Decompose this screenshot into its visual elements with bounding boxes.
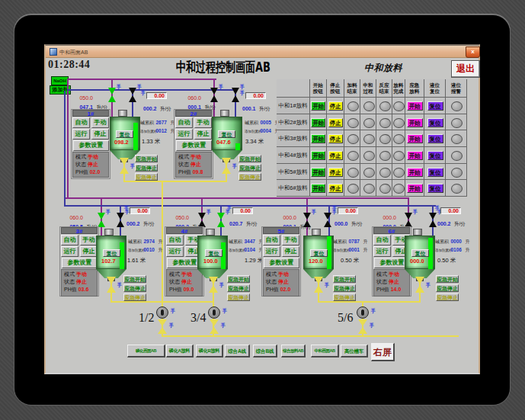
tank2-run-button[interactable]: 运行 (175, 129, 193, 139)
table-stop-button-row3[interactable]: 停止 (328, 134, 343, 143)
tank5-drain-valve-icon[interactable] (314, 277, 323, 284)
tank2-reset-button[interactable]: 复位 (218, 130, 235, 138)
tank5-feed-valve-left-icon[interactable] (303, 213, 311, 220)
tank4-drain-valve-icon[interactable] (209, 277, 218, 284)
tank1-run-button[interactable]: 运行 (72, 129, 90, 139)
tank5-param-button[interactable]: 参数设置 (264, 258, 299, 268)
tank3-param-button[interactable]: 参数设置 (62, 258, 98, 268)
tank2-feed-valve-right-icon[interactable] (232, 95, 239, 102)
tank5-auto-button[interactable]: 自动 (263, 235, 280, 245)
pump-1-2-icon[interactable] (156, 306, 168, 319)
table-level-reset-button-row2[interactable]: 复位 (427, 118, 443, 127)
tank2-emergency-button-1[interactable]: 应急开始 (238, 155, 261, 162)
tank2-stop-button[interactable]: 停止 (194, 129, 212, 139)
nav-button-3[interactable]: 磷化B放料 (196, 345, 223, 357)
tank5-feed-valve-left-icon[interactable] (303, 220, 311, 227)
tank4-emergency-button-1[interactable]: 应急开始 (227, 275, 250, 283)
tank6-emergency-button-1[interactable]: 应急开始 (436, 275, 459, 283)
tank2-manual-button[interactable]: 手动 (194, 117, 212, 128)
table-level-reset-button-row5[interactable]: 复位 (427, 168, 443, 177)
tank4-run-button[interactable]: 运行 (166, 246, 184, 257)
tank5-emergency-button-1[interactable]: 应急开始 (333, 275, 356, 283)
tank3-manual-button[interactable]: 手动 (80, 235, 98, 245)
pump-valve-1-icon[interactable] (158, 327, 167, 334)
pump-3-4-icon[interactable] (208, 306, 220, 319)
tank2-auto-button[interactable]: 自动 (175, 117, 193, 128)
tank4-emergency-button-2[interactable]: 应急停止 (227, 284, 250, 292)
tank1-drain-valve-icon[interactable] (120, 158, 129, 165)
table-level-reset-button-row1[interactable]: 复位 (427, 101, 443, 111)
tank2-feed-valve-right-icon[interactable] (232, 88, 239, 95)
exit-button[interactable]: 退出 (451, 60, 480, 78)
table-start-button-row4[interactable]: 开始 (311, 151, 325, 160)
tank1-feed-valve-left-icon[interactable] (108, 88, 116, 95)
tank3-feed-valve-left-icon[interactable] (98, 213, 105, 220)
table-stop-button-row2[interactable]: 停止 (328, 118, 343, 127)
table-start-button-row5[interactable]: 开始 (311, 168, 325, 177)
tank2-drain-valve-icon[interactable] (222, 166, 231, 174)
tank5-stop-button[interactable]: 停止 (282, 246, 299, 257)
tank1-emergency-button-1[interactable]: 应急开始 (135, 155, 158, 162)
pump-valve-2-icon[interactable] (210, 327, 219, 334)
tank6-auto-button[interactable]: 自动 (373, 235, 391, 245)
tank1-reset-button[interactable]: 复位 (116, 130, 133, 138)
tank4-auto-button[interactable]: 自动 (166, 235, 184, 245)
nav-button-2[interactable]: 磷化A放料 (166, 345, 194, 357)
table-start-button-row3[interactable]: 开始 (311, 134, 325, 143)
tank1-feed-valve-left-icon[interactable] (108, 95, 116, 102)
tank3-feed-valve-right-icon[interactable] (117, 213, 124, 220)
tank4-feed-valve-right-icon[interactable] (217, 220, 225, 227)
tank3-emergency-button-1[interactable]: 应急开始 (123, 275, 146, 283)
tank1-feed-valve-right-icon[interactable] (129, 95, 136, 102)
table-emg-release-button-row4[interactable]: 开始 (407, 151, 423, 160)
nav-button-4[interactable]: 综合A线 (225, 345, 250, 357)
nav-button-5[interactable]: 综合B线 (253, 345, 277, 357)
tank3-feed-valve-right-icon[interactable] (117, 220, 124, 227)
tank6-feed-valve-left-icon[interactable] (405, 213, 412, 220)
nav-button-7[interactable]: 中和画面AB (311, 345, 339, 357)
tank6-emergency-button-3[interactable]: 应急停止 (436, 293, 459, 301)
tank3-stop-button[interactable]: 停止 (80, 246, 98, 257)
tank6-emergency-button-2[interactable]: 应急停止 (436, 284, 459, 292)
tank5-drain-valve-icon[interactable] (314, 285, 323, 293)
tank6-feed-valve-right-icon[interactable] (429, 213, 437, 220)
tank1-feed-valve-right-icon[interactable] (129, 88, 136, 95)
table-start-button-row1[interactable]: 开始 (311, 101, 325, 111)
table-level-reset-button-row4[interactable]: 复位 (427, 151, 443, 160)
tank2-drain-valve-icon[interactable] (222, 158, 231, 165)
tank4-drain-valve-icon[interactable] (209, 285, 218, 293)
tank1-drain-valve-icon[interactable] (120, 166, 129, 174)
tank4-reset-button[interactable]: 复位 (205, 249, 222, 257)
close-button[interactable]: x (466, 46, 480, 58)
tank5-manual-button[interactable]: 手动 (282, 235, 299, 245)
tank1-manual-button[interactable]: 手动 (91, 117, 109, 128)
tank2-emergency-button-2[interactable]: 应急停止 (238, 164, 261, 172)
tank3-reset-button[interactable]: 复位 (103, 249, 120, 257)
tank4-feed-valve-right-icon[interactable] (217, 213, 225, 220)
tank5-feed-valve-right-icon[interactable] (324, 220, 331, 227)
tank6-reset-button[interactable]: 复位 (411, 249, 429, 257)
tank2-param-button[interactable]: 参数设置 (176, 140, 212, 151)
tank3-emergency-button-3[interactable]: 应急停止 (123, 293, 146, 301)
pump-valve-3-icon[interactable] (358, 319, 367, 326)
tank1-auto-button[interactable]: 自动 (72, 117, 90, 128)
table-stop-button-row6[interactable]: 停止 (328, 184, 343, 193)
pump-valve-1-icon[interactable] (158, 319, 167, 326)
table-level-reset-button-row3[interactable]: 复位 (427, 134, 443, 143)
tank3-drain-valve-icon[interactable] (107, 277, 116, 284)
tank2-feed-valve-left-icon[interactable] (210, 95, 218, 102)
tank6-run-button[interactable]: 运行 (373, 246, 391, 257)
tank5-run-button[interactable]: 运行 (263, 246, 280, 257)
pump-valve-3-icon[interactable] (358, 327, 367, 334)
tank4-emergency-button-3[interactable]: 应急停止 (227, 293, 250, 301)
tank3-auto-button[interactable]: 自动 (61, 235, 78, 245)
tank2-emergency-button-3[interactable]: 应急停止 (238, 173, 261, 181)
tank1-emergency-button-2[interactable]: 应急停止 (135, 164, 158, 172)
table-level-reset-button-row6[interactable]: 复位 (427, 184, 443, 193)
table-emg-release-button-row1[interactable]: 开始 (407, 101, 423, 111)
nav-button-1[interactable]: 磷化画面AB (127, 345, 165, 357)
tank5-emergency-button-3[interactable]: 应急停止 (333, 293, 356, 301)
tank1-param-button[interactable]: 参数设置 (73, 140, 109, 151)
table-stop-button-row1[interactable]: 停止 (328, 101, 343, 111)
nav-right-screen-button[interactable]: 右屏 (371, 343, 395, 361)
